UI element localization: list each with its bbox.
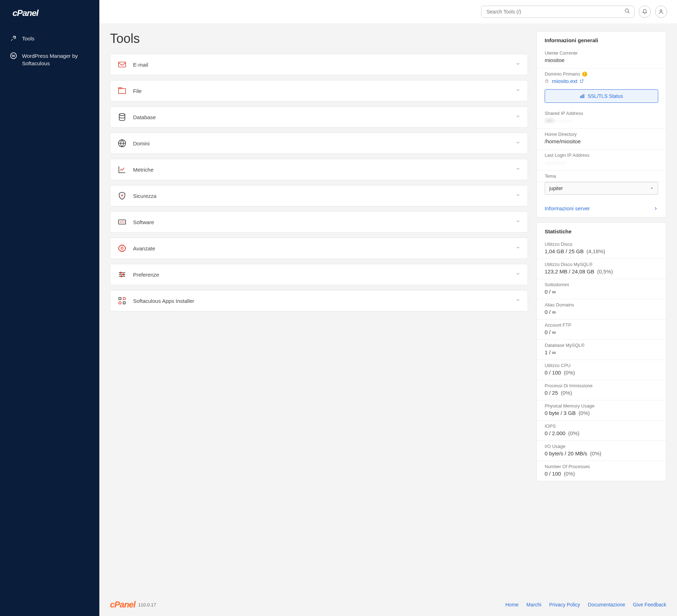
stats-label: I/O Usage xyxy=(545,444,658,449)
footer-link[interactable]: Documentazione xyxy=(588,602,625,607)
general-info-panel: Informazioni generali Utente Corrente mi… xyxy=(536,31,666,217)
section-advanced[interactable]: Avanzate xyxy=(110,238,528,259)
section-title: Sicurezza xyxy=(133,193,516,199)
primary-domain-link[interactable]: miosito.ext xyxy=(552,78,584,84)
search-box xyxy=(481,6,634,18)
warning-icon[interactable]: ! xyxy=(582,72,587,77)
svg-point-7 xyxy=(660,10,662,12)
section-preferences[interactable]: Preferenze xyxy=(110,264,528,285)
stats-label: Utilizzo Disco xyxy=(545,242,658,247)
svg-line-6 xyxy=(628,12,629,13)
user-icon xyxy=(658,9,664,15)
sidebar-item-label: WordPress Manager by Softaculous xyxy=(22,52,89,67)
primary-domain-label: Dominio Primario ! xyxy=(545,71,658,77)
footer-logo[interactable]: cPanel 110.0.17 xyxy=(110,600,156,610)
ssl-status-button[interactable]: SSL/TLS Status xyxy=(545,89,658,103)
footer-link[interactable]: Marchi xyxy=(527,602,541,607)
stats-value: 1,04 GB / 25 GB(4,18%) xyxy=(545,248,658,254)
home-dir-row: Home Directory /home/miositoe xyxy=(537,129,666,150)
stats-value: 0 / 25(0%) xyxy=(545,390,658,396)
section-email[interactable]: E-mail xyxy=(110,54,528,75)
shield-icon xyxy=(117,191,127,200)
home-dir-label: Home Directory xyxy=(545,132,658,137)
stats-value: 1 / ∞ xyxy=(545,349,658,355)
stats-value: 0 / ∞ xyxy=(545,329,658,335)
svg-rect-26 xyxy=(546,81,548,83)
footer-link[interactable]: Home xyxy=(505,602,518,607)
search-icon[interactable] xyxy=(624,8,630,15)
footer-links: HomeMarchiPrivacy PolicyDocumentazioneGi… xyxy=(505,602,666,607)
section-title: E-mail xyxy=(133,62,516,68)
section-domains[interactable]: Domini xyxy=(110,133,528,154)
stats-value: 0 / ∞ xyxy=(545,289,658,295)
shared-ip-value: 185.···.···.··· xyxy=(545,117,658,123)
chart-icon xyxy=(117,165,127,174)
footer-link[interactable]: Give Feedback xyxy=(633,602,666,607)
svg-text:cPanel: cPanel xyxy=(12,9,39,18)
svg-rect-27 xyxy=(580,96,581,98)
section-title: Software xyxy=(133,219,516,225)
apps-icon xyxy=(117,296,127,305)
section-security[interactable]: Sicurezza xyxy=(110,185,528,206)
section-database[interactable]: Database xyxy=(110,106,528,128)
current-user-value: miositoe xyxy=(545,57,658,63)
stats-row: I/O Usage0 byte/s / 20 MB/s(0%) xyxy=(537,441,666,461)
email-icon xyxy=(117,60,127,69)
globe-icon xyxy=(117,139,127,148)
stats-row: Database MySQL®1 / ∞ xyxy=(537,340,666,360)
sidebar-item-wordpress[interactable]: W WordPress Manager by Softaculous xyxy=(0,47,99,72)
section-title: Database xyxy=(133,114,516,120)
stats-row: Number Of Processes0 / 100(0%) xyxy=(537,461,666,481)
current-user-row: Utente Corrente miositoe xyxy=(537,48,666,68)
stats-value: 0 / 2.000(0%) xyxy=(545,430,658,436)
gear-icon xyxy=(117,244,127,253)
chevron-down-icon xyxy=(516,271,521,278)
svg-point-13 xyxy=(121,195,123,196)
stats-row: Utilizzo Disco MySQL®123,2 MB / 24,08 GB… xyxy=(537,259,666,279)
section-software[interactable]: Software xyxy=(110,211,528,233)
user-menu-button[interactable] xyxy=(655,6,667,18)
section-metrics[interactable]: Metriche xyxy=(110,159,528,180)
chevron-down-icon xyxy=(516,166,521,173)
section-title: Domini xyxy=(133,140,516,146)
stats-value: 0 / 100(0%) xyxy=(545,370,658,376)
logo[interactable]: cPanel xyxy=(0,0,99,27)
svg-point-21 xyxy=(121,276,122,277)
chevron-down-icon xyxy=(516,193,521,199)
topbar xyxy=(99,0,677,23)
chevron-down-icon xyxy=(516,114,521,120)
notifications-button[interactable] xyxy=(639,6,651,18)
lock-icon xyxy=(545,78,549,84)
svg-point-5 xyxy=(625,9,628,12)
search-input[interactable] xyxy=(481,6,634,18)
stats-row: Physical Memory Usage0 byte / 3 GB(0%) xyxy=(537,400,666,421)
shared-ip-label: Shared IP Address xyxy=(545,111,658,116)
footer-link[interactable]: Privacy Policy xyxy=(549,602,580,607)
stats-label: Utilizzo Disco MySQL® xyxy=(545,262,658,267)
section-file[interactable]: File xyxy=(110,80,528,101)
stats-value: 0 byte / 3 GB(0%) xyxy=(545,410,658,416)
theme-select[interactable]: jupiter xyxy=(545,182,658,195)
chevron-down-icon xyxy=(516,61,521,68)
stats-value: 123,2 MB / 24,08 GB(0,5%) xyxy=(545,268,658,274)
primary-domain-row: Dominio Primario ! miosito.ext xyxy=(537,68,666,86)
server-info-link[interactable]: Informazioni server xyxy=(537,200,666,217)
svg-rect-29 xyxy=(583,94,584,98)
stats-label: Processi Di Immissione xyxy=(545,383,658,388)
theme-label: Tema xyxy=(545,173,658,179)
section-title: Preferenze xyxy=(133,272,516,278)
section-title: Metriche xyxy=(133,167,516,173)
footer-version: 110.0.17 xyxy=(138,602,156,607)
svg-rect-10 xyxy=(119,88,122,89)
stats-label: Alias Domains xyxy=(545,302,658,307)
chevron-down-icon xyxy=(516,245,521,251)
section-softaculous[interactable]: Softaculous Apps Installer xyxy=(110,290,528,311)
stats-row: Sottodomini0 / ∞ xyxy=(537,279,666,299)
stats-row: Alias Domains0 / ∞ xyxy=(537,299,666,320)
chevron-down-icon xyxy=(516,140,521,146)
section-title: Avanzate xyxy=(133,245,516,251)
sidebar-item-tools[interactable]: Tools xyxy=(0,30,99,47)
section-title: Softaculous Apps Installer xyxy=(133,298,516,304)
theme-row: Tema xyxy=(537,171,666,182)
chevron-down-icon xyxy=(516,88,521,94)
